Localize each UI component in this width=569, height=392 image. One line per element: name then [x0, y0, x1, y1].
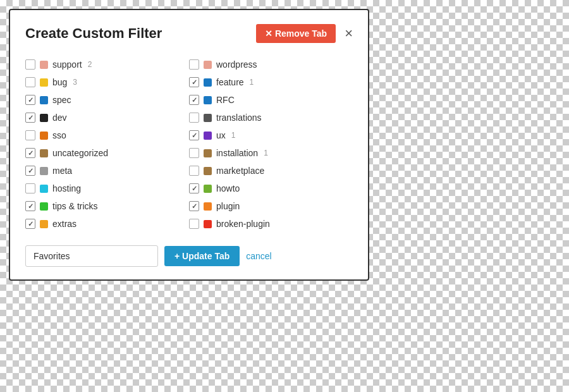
- checkbox-spec[interactable]: [25, 95, 35, 105]
- tab-name-input[interactable]: [25, 245, 158, 267]
- checkbox-rfc[interactable]: [189, 95, 199, 105]
- color-dot-translations: [204, 114, 212, 122]
- checkbox-sso[interactable]: [25, 130, 35, 140]
- header-actions: ✕ Remove Tab ×: [256, 24, 353, 43]
- color-dot-extras: [40, 220, 48, 228]
- modal-overlay: Create Custom Filter ✕ Remove Tab × supp…: [0, 0, 569, 392]
- cat-name-rfc: RFC: [216, 95, 235, 105]
- color-dot-plugin: [204, 202, 212, 211]
- cat-name-plugin: plugin: [216, 201, 240, 211]
- category-item-feature: feature1: [189, 73, 353, 91]
- cat-name-ux: ux: [216, 130, 226, 140]
- category-item-hosting: hosting: [25, 180, 189, 197]
- color-dot-feature: [204, 78, 212, 87]
- category-item-meta: meta: [25, 162, 189, 180]
- color-dot-dev: [40, 114, 48, 122]
- category-item-broken-plugin: broken-plugin: [189, 215, 353, 233]
- color-dot-tips-tricks: [40, 202, 48, 211]
- cat-name-uncategorized: uncategorized: [52, 148, 108, 158]
- checkbox-uncategorized[interactable]: [25, 148, 35, 158]
- color-dot-ux: [204, 132, 212, 140]
- category-item-dev: dev: [25, 109, 189, 126]
- cat-count-feature: 1: [250, 78, 254, 87]
- category-item-uncategorized: uncategorized: [25, 144, 189, 162]
- cat-name-hosting: hosting: [52, 183, 81, 193]
- cat-name-feature: feature: [216, 77, 244, 87]
- categories-grid: support2bug3specdevssouncategorizedmetah…: [25, 56, 353, 233]
- color-dot-bug: [40, 78, 48, 87]
- cat-name-spec: spec: [52, 95, 71, 105]
- cat-name-howto: howto: [216, 183, 240, 193]
- category-item-translations: translations: [189, 109, 353, 126]
- category-item-sso: sso: [25, 126, 189, 144]
- categories-left-column: support2bug3specdevssouncategorizedmetah…: [25, 56, 189, 233]
- color-dot-hosting: [40, 185, 48, 193]
- checkbox-howto[interactable]: [189, 183, 199, 193]
- checkbox-dev[interactable]: [25, 113, 35, 123]
- category-item-ux: ux1: [189, 126, 353, 144]
- cat-name-tips-tricks: tips & tricks: [52, 201, 98, 211]
- cat-name-meta: meta: [52, 166, 72, 176]
- color-dot-meta: [40, 167, 48, 175]
- checkbox-hosting[interactable]: [25, 183, 35, 193]
- checkbox-feature[interactable]: [189, 77, 199, 87]
- category-item-rfc: RFC: [189, 91, 353, 109]
- cat-name-wordpress: wordpress: [216, 59, 257, 70]
- color-dot-broken-plugin: [204, 220, 212, 228]
- checkbox-support[interactable]: [25, 59, 35, 70]
- color-dot-uncategorized: [40, 149, 48, 157]
- checkbox-bug[interactable]: [25, 77, 35, 87]
- color-dot-marketplace: [204, 167, 212, 175]
- category-item-support: support2: [25, 56, 189, 73]
- category-item-spec: spec: [25, 91, 189, 109]
- modal-header: Create Custom Filter ✕ Remove Tab ×: [25, 24, 353, 43]
- checkbox-marketplace[interactable]: [189, 166, 199, 176]
- categories-right-column: wordpressfeature1RFCtranslationsux1insta…: [189, 56, 353, 233]
- color-dot-installation: [204, 149, 212, 157]
- checkbox-plugin[interactable]: [189, 201, 199, 211]
- color-dot-howto: [204, 185, 212, 193]
- checkbox-installation[interactable]: [189, 148, 199, 158]
- color-dot-support: [40, 61, 48, 69]
- cat-count-bug: 3: [73, 78, 77, 87]
- checkbox-translations[interactable]: [189, 113, 199, 123]
- cat-name-sso: sso: [52, 130, 66, 140]
- cat-name-marketplace: marketplace: [216, 166, 264, 176]
- category-item-extras: extras: [25, 215, 189, 233]
- checkbox-tips-tricks[interactable]: [25, 201, 35, 211]
- update-tab-button[interactable]: + Update Tab: [164, 246, 240, 266]
- cat-name-dev: dev: [52, 113, 67, 123]
- category-item-installation: installation1: [189, 144, 353, 162]
- category-item-bug: bug3: [25, 73, 189, 91]
- checkbox-wordpress[interactable]: [189, 59, 199, 70]
- category-item-plugin: plugin: [189, 197, 353, 215]
- cat-name-support: support: [52, 59, 82, 70]
- cat-name-installation: installation: [216, 148, 258, 158]
- close-button[interactable]: ×: [345, 27, 353, 40]
- cat-count-installation: 1: [264, 149, 268, 157]
- remove-tab-button[interactable]: ✕ Remove Tab: [256, 24, 336, 43]
- category-item-wordpress: wordpress: [189, 56, 353, 73]
- color-dot-spec: [40, 96, 48, 104]
- modal-title: Create Custom Filter: [25, 25, 162, 42]
- cancel-link[interactable]: cancel: [246, 251, 271, 261]
- modal-dialog: Create Custom Filter ✕ Remove Tab × supp…: [9, 9, 369, 281]
- checkbox-extras[interactable]: [25, 219, 35, 229]
- cat-count-ux: 1: [231, 131, 236, 140]
- category-item-marketplace: marketplace: [189, 162, 353, 180]
- checkbox-meta[interactable]: [25, 166, 35, 176]
- checkbox-broken-plugin[interactable]: [189, 219, 199, 229]
- cat-name-extras: extras: [52, 219, 76, 229]
- color-dot-wordpress: [204, 61, 212, 69]
- checkbox-ux[interactable]: [189, 130, 199, 140]
- color-dot-rfc: [204, 96, 212, 104]
- cat-count-support: 2: [88, 60, 92, 69]
- category-item-howto: howto: [189, 180, 353, 197]
- modal-footer: + Update Tab cancel: [25, 245, 353, 267]
- cat-name-translations: translations: [216, 113, 262, 123]
- color-dot-sso: [40, 132, 48, 140]
- category-item-tips-tricks: tips & tricks: [25, 197, 189, 215]
- cat-name-broken-plugin: broken-plugin: [216, 219, 270, 229]
- cat-name-bug: bug: [52, 77, 67, 87]
